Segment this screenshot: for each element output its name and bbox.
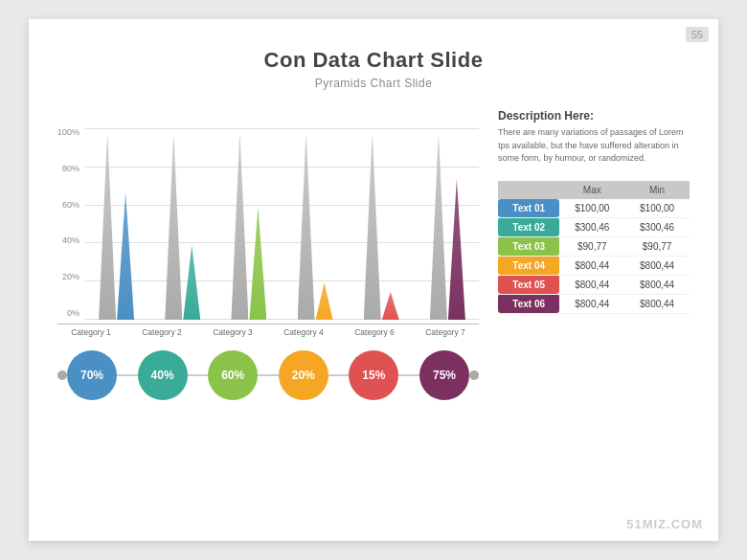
cone-gray xyxy=(231,132,248,320)
bars-row xyxy=(85,128,479,320)
table-header: Max xyxy=(559,181,624,199)
table-cell-max: $300,46 xyxy=(559,217,624,236)
bar-wrapper xyxy=(351,132,413,320)
table-row: Text 03$90,77$90,77 xyxy=(498,236,690,256)
table-cell-label: Text 02 xyxy=(498,217,559,236)
table-cell-min: $100,00 xyxy=(624,199,690,218)
y-axis-label: 20% xyxy=(57,273,79,281)
table-cell-label: Text 05 xyxy=(498,275,559,294)
y-axis-label: 60% xyxy=(57,201,79,210)
table-cell-max: $90,77 xyxy=(559,236,624,256)
x-axis-label: Category 3 xyxy=(199,327,266,337)
circle-badge: 60% xyxy=(208,350,258,400)
bar-wrapper xyxy=(284,132,347,320)
watermark: 51MIZ.COM xyxy=(626,517,703,531)
table-cell-max: $100,00 xyxy=(559,199,624,218)
circle-badge: 40% xyxy=(138,350,188,400)
circle-badge: 75% xyxy=(419,350,469,400)
table-row: Text 04$800,44$800,44 xyxy=(498,256,690,275)
slide-subtitle: Pyramids Chart Slide xyxy=(29,77,718,90)
chart-container: 0%20%40%60%80%100% xyxy=(57,109,479,320)
bar-wrapper xyxy=(85,132,147,320)
y-axis-label: 40% xyxy=(57,236,79,245)
connector-dot-start xyxy=(57,370,67,380)
circle-badge: 20% xyxy=(279,350,328,400)
cone-colored xyxy=(117,192,134,320)
bar-group xyxy=(217,132,280,320)
bar-group xyxy=(151,132,214,320)
circles-row: 70%40%60%20%15%75% xyxy=(57,350,479,400)
table-cell-min: $800,44 xyxy=(624,275,690,294)
circle-connector xyxy=(258,374,279,376)
table-cell-min: $300,46 xyxy=(624,217,690,236)
circle-connector xyxy=(188,374,209,376)
bar-group xyxy=(351,132,413,320)
cone-gray xyxy=(430,132,447,320)
chart-section: 0%20%40%60%80%100% Category 1Category 2C… xyxy=(57,109,479,400)
cone-colored xyxy=(382,292,399,320)
circle-badge: 15% xyxy=(349,350,398,400)
cone-colored xyxy=(448,179,465,320)
bar-wrapper xyxy=(151,132,214,320)
table-cell-max: $800,44 xyxy=(559,294,624,313)
x-axis-label: Category 1 xyxy=(57,327,124,337)
data-table: MaxMin Text 01$100,00$100,00Text 02$300,… xyxy=(498,181,690,314)
bar-group xyxy=(284,132,347,320)
x-axis-label: Category 2 xyxy=(128,327,195,337)
description-title: Description Here: xyxy=(498,109,690,123)
page-number: 55 xyxy=(686,27,709,42)
table-row: Text 05$800,44$800,44 xyxy=(498,275,690,294)
cone-gray xyxy=(298,132,315,320)
x-axis-label: Category 4 xyxy=(270,327,337,337)
circle-connector xyxy=(117,374,138,376)
cone-colored xyxy=(249,207,266,320)
table-cell-label: Text 04 xyxy=(498,256,559,275)
table-cell-min: $800,44 xyxy=(624,294,690,313)
circle-connector xyxy=(398,374,419,376)
cone-gray xyxy=(99,132,116,320)
table-row: Text 06$800,44$800,44 xyxy=(498,294,690,313)
cone-gray xyxy=(165,132,182,320)
cone-colored xyxy=(183,245,200,320)
circle-connector xyxy=(328,374,350,376)
table-header: Min xyxy=(624,181,690,199)
table-row: Text 02$300,46$300,46 xyxy=(498,217,690,236)
bars-area xyxy=(85,128,479,320)
table-cell-max: $800,44 xyxy=(559,275,624,294)
bar-wrapper xyxy=(217,132,280,320)
cone-colored xyxy=(316,282,333,320)
circle-badge: 70% xyxy=(67,350,117,400)
bar-group xyxy=(417,132,479,320)
bar-group xyxy=(85,132,147,320)
y-axis-label: 100% xyxy=(57,128,79,137)
x-labels: Category 1Category 2Category 3Category 4… xyxy=(57,324,479,337)
slide-title: Con Data Chart Slide xyxy=(29,19,718,73)
y-axis-label: 80% xyxy=(57,165,79,173)
y-axis: 0%20%40%60%80%100% xyxy=(57,128,79,320)
table-cell-label: Text 01 xyxy=(498,199,559,218)
y-axis-label: 0% xyxy=(57,309,79,318)
table-cell-label: Text 06 xyxy=(498,294,559,313)
cone-gray xyxy=(364,132,381,320)
slide: 55 Con Data Chart Slide Pyramids Chart S… xyxy=(29,19,718,541)
table-cell-min: $800,44 xyxy=(624,256,690,275)
table-cell-label: Text 03 xyxy=(498,236,559,256)
bar-wrapper xyxy=(417,132,479,320)
table-cell-min: $90,77 xyxy=(624,236,690,256)
table-header xyxy=(498,181,559,199)
content-area: 0%20%40%60%80%100% Category 1Category 2C… xyxy=(29,100,718,400)
x-axis-label: Category 7 xyxy=(412,327,479,337)
table-cell-max: $800,44 xyxy=(559,256,624,275)
connector-dot-end xyxy=(469,370,479,380)
table-row: Text 01$100,00$100,00 xyxy=(498,199,690,218)
description-box: Description Here: There are many variati… xyxy=(498,109,690,166)
right-panel: Description Here: There are many variati… xyxy=(498,109,690,400)
description-text: There are many variations of passages of… xyxy=(498,126,690,166)
x-axis-label: Category 6 xyxy=(341,327,408,337)
